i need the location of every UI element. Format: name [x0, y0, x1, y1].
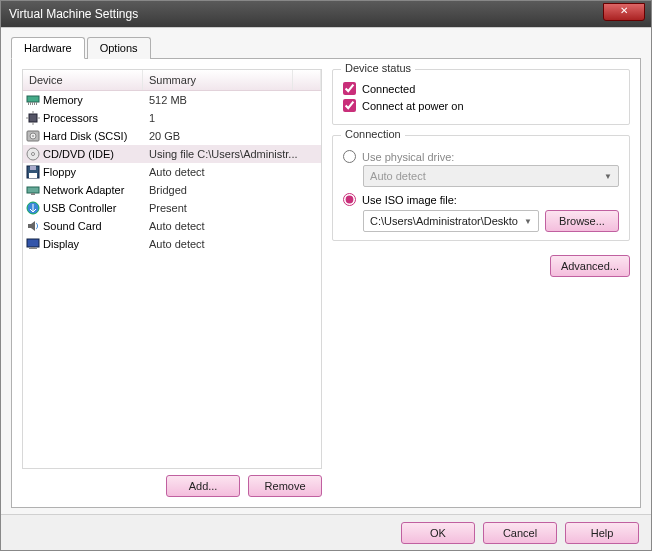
svg-rect-18 [29, 173, 37, 178]
tab-hardware[interactable]: Hardware [11, 37, 85, 59]
device-status-group: Device status Connected Connect at power… [332, 69, 630, 125]
device-status-legend: Device status [341, 62, 415, 74]
table-row[interactable]: Sound CardAuto detect [23, 217, 321, 235]
device-summary: Auto detect [143, 166, 321, 178]
device-summary: 1 [143, 112, 321, 124]
table-row[interactable]: Memory512 MB [23, 91, 321, 109]
add-button[interactable]: Add... [166, 475, 240, 497]
advanced-button[interactable]: Advanced... [550, 255, 630, 277]
col-extra[interactable] [293, 70, 321, 90]
device-name: USB Controller [43, 202, 143, 214]
device-summary: 512 MB [143, 94, 321, 106]
svg-rect-22 [27, 239, 39, 247]
physical-drive-radio[interactable] [343, 150, 356, 163]
svg-rect-0 [27, 96, 39, 102]
device-name: Floppy [43, 166, 143, 178]
advanced-row: Advanced... [332, 255, 630, 277]
connected-label: Connected [362, 83, 415, 95]
bottom-bar: OK Cancel Help [1, 514, 651, 550]
col-summary[interactable]: Summary [143, 70, 293, 90]
svg-rect-23 [31, 247, 35, 248]
svg-rect-4 [34, 102, 35, 105]
hdd-icon [23, 130, 43, 142]
device-name: Hard Disk (SCSI) [43, 130, 143, 142]
physical-drive-label: Use physical drive: [362, 151, 454, 163]
table-header: Device Summary [23, 70, 321, 91]
table-row[interactable]: Processors1 [23, 109, 321, 127]
left-pane: Device Summary Memory512 MBProcessors1Ha… [22, 69, 322, 497]
col-device[interactable]: Device [23, 70, 143, 90]
cpu-icon [23, 111, 43, 125]
cd-icon [23, 147, 43, 161]
floppy-icon [23, 165, 43, 179]
device-name: CD/DVD (IDE) [43, 148, 143, 160]
content-area: Hardware Options Device Summary Memory51… [1, 27, 651, 514]
close-icon[interactable]: ✕ [603, 3, 645, 21]
remove-button[interactable]: Remove [248, 475, 322, 497]
svg-rect-24 [29, 248, 37, 249]
table-row[interactable]: DisplayAuto detect [23, 235, 321, 253]
svg-rect-1 [28, 102, 29, 105]
memory-icon [23, 94, 43, 106]
device-summary: Using file C:\Users\Administr... [143, 148, 321, 160]
table-row[interactable]: Hard Disk (SCSI)20 GB [23, 127, 321, 145]
device-summary: Auto detect [143, 238, 321, 250]
connected-checkbox-row[interactable]: Connected [343, 82, 619, 95]
help-button[interactable]: Help [565, 522, 639, 544]
svg-rect-20 [31, 193, 35, 195]
table-row[interactable]: Network AdapterBridged [23, 181, 321, 199]
svg-rect-3 [32, 102, 33, 105]
iso-radio-row[interactable]: Use ISO image file: [343, 193, 619, 206]
connect-power-checkbox[interactable] [343, 99, 356, 112]
cancel-button[interactable]: Cancel [483, 522, 557, 544]
vm-settings-window: Virtual Machine Settings ✕ Hardware Opti… [0, 0, 652, 551]
device-summary: Auto detect [143, 220, 321, 232]
usb-icon [23, 201, 43, 215]
iso-path-combo[interactable]: C:\Users\Administrator\Deskto ▼ [363, 210, 539, 232]
connect-power-label: Connect at power on [362, 100, 464, 112]
ok-button[interactable]: OK [401, 522, 475, 544]
connection-group: Connection Use physical drive: Auto dete… [332, 135, 630, 241]
iso-path-value: C:\Users\Administrator\Deskto [370, 215, 518, 227]
table-row[interactable]: FloppyAuto detect [23, 163, 321, 181]
chevron-down-icon: ▼ [604, 172, 612, 181]
connection-legend: Connection [341, 128, 405, 140]
physical-drive-value: Auto detect [370, 170, 426, 182]
device-name: Display [43, 238, 143, 250]
device-name: Network Adapter [43, 184, 143, 196]
connected-checkbox[interactable] [343, 82, 356, 95]
device-summary: Bridged [143, 184, 321, 196]
tab-strip: Hardware Options [11, 36, 641, 58]
device-name: Processors [43, 112, 143, 124]
sound-icon [23, 219, 43, 233]
device-summary: 20 GB [143, 130, 321, 142]
device-summary: Present [143, 202, 321, 214]
device-name: Sound Card [43, 220, 143, 232]
device-rows: Memory512 MBProcessors1Hard Disk (SCSI)2… [23, 91, 321, 253]
svg-rect-6 [29, 114, 37, 122]
svg-rect-2 [30, 102, 31, 105]
iso-label: Use ISO image file: [362, 194, 457, 206]
window-title: Virtual Machine Settings [9, 7, 138, 21]
table-row[interactable]: USB ControllerPresent [23, 199, 321, 217]
hardware-panel: Device Summary Memory512 MBProcessors1Ha… [11, 58, 641, 508]
chevron-down-icon[interactable]: ▼ [524, 217, 532, 226]
svg-point-13 [32, 135, 34, 137]
titlebar: Virtual Machine Settings ✕ [1, 1, 651, 27]
connect-power-checkbox-row[interactable]: Connect at power on [343, 99, 619, 112]
svg-point-15 [32, 153, 35, 156]
display-icon [23, 238, 43, 250]
svg-rect-5 [36, 102, 37, 105]
tab-options[interactable]: Options [87, 37, 151, 59]
right-pane: Device status Connected Connect at power… [332, 69, 630, 497]
physical-drive-combo: Auto detect ▼ [363, 165, 619, 187]
net-icon [23, 184, 43, 196]
physical-drive-radio-row[interactable]: Use physical drive: [343, 150, 619, 163]
svg-rect-17 [30, 166, 36, 170]
browse-button[interactable]: Browse... [545, 210, 619, 232]
device-table: Device Summary Memory512 MBProcessors1Ha… [22, 69, 322, 469]
device-name: Memory [43, 94, 143, 106]
left-buttons: Add... Remove [22, 475, 322, 497]
table-row[interactable]: CD/DVD (IDE)Using file C:\Users\Administ… [23, 145, 321, 163]
iso-radio[interactable] [343, 193, 356, 206]
